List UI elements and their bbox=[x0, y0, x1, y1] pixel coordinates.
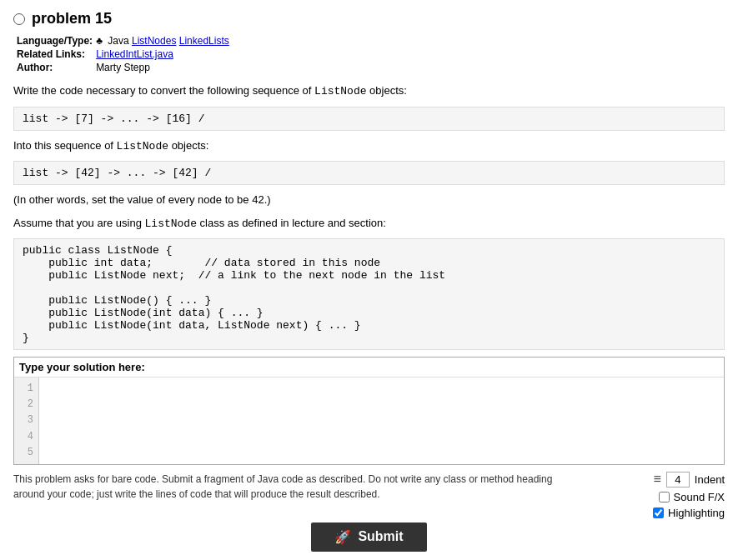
highlight-checkbox[interactable] bbox=[653, 508, 664, 518]
related-value: LinkedIntList.java bbox=[96, 48, 233, 61]
language-icon: ♣ bbox=[96, 35, 103, 47]
language-label: Language/Type: bbox=[17, 34, 96, 48]
highlight-row: Highlighting bbox=[653, 507, 725, 519]
sequence2-code: list -> [42] -> ... -> [42] / bbox=[13, 161, 725, 185]
sound-row: Sound F/X bbox=[659, 491, 725, 503]
indent-label: Indent bbox=[695, 473, 725, 486]
problem-title: problem 15 bbox=[32, 10, 112, 28]
full-bottom: This problem asks for bare code. Submit … bbox=[13, 472, 725, 519]
sound-label[interactable]: Sound F/X bbox=[674, 491, 725, 503]
listnode-ref-3: ListNode bbox=[145, 218, 197, 230]
line-1: 1 bbox=[19, 381, 33, 397]
line-4: 4 bbox=[19, 429, 33, 445]
description-intro: Write the code necessary to convert the … bbox=[13, 82, 725, 100]
link-linkedlists[interactable]: LinkedLists bbox=[179, 35, 229, 47]
author-value: Marty Stepp bbox=[96, 61, 233, 74]
sound-checkbox[interactable] bbox=[659, 492, 670, 502]
highlight-label[interactable]: Highlighting bbox=[668, 507, 725, 519]
indent-icon: ≡ bbox=[654, 472, 661, 487]
line-3: 3 bbox=[19, 412, 33, 428]
author-label: Author: bbox=[17, 61, 96, 74]
meta-table: Language/Type: ♣ Java ListNodes LinkedLi… bbox=[17, 34, 233, 74]
solution-header: Type your solution here: bbox=[14, 358, 724, 377]
submit-button[interactable]: 🚀 Submit bbox=[311, 522, 426, 552]
submit-row: 🚀 Submit bbox=[13, 522, 725, 552]
link-listnodes[interactable]: ListNodes bbox=[132, 35, 176, 47]
radio-button[interactable] bbox=[13, 13, 25, 25]
bottom-note: This problem asks for bare code. Submit … bbox=[13, 472, 558, 502]
solution-area: Type your solution here: 1 2 3 4 5 bbox=[13, 357, 725, 465]
listnode-ref-2: ListNode bbox=[117, 140, 168, 152]
code-editor: 1 2 3 4 5 bbox=[14, 377, 724, 464]
description-assume: Assume that you are using ListNode class… bbox=[13, 215, 725, 232]
page-container: problem 15 Language/Type: ♣ Java ListNod… bbox=[0, 0, 738, 560]
description-note: (In other words, set the value of every … bbox=[13, 192, 725, 208]
bottom-left: This problem asks for bare code. Submit … bbox=[13, 472, 558, 502]
listnode-code: public class ListNode { public int data;… bbox=[13, 238, 725, 350]
link-linkedintlist[interactable]: LinkedIntList.java bbox=[96, 48, 173, 60]
language-java: Java bbox=[108, 35, 132, 47]
line-numbers: 1 2 3 4 5 bbox=[14, 378, 39, 464]
language-value: ♣ Java ListNodes LinkedLists bbox=[96, 34, 233, 48]
indent-row: ≡ 4 Indent bbox=[654, 472, 725, 488]
description-transition: Into this sequence of ListNode objects: bbox=[13, 138, 725, 155]
related-label: Related Links: bbox=[17, 48, 96, 61]
bottom-right: ≡ 4 Indent Sound F/X Highlighting bbox=[558, 472, 725, 519]
line-2: 2 bbox=[19, 397, 33, 412]
submit-label: Submit bbox=[358, 529, 403, 544]
problem-header: problem 15 bbox=[13, 10, 725, 28]
indent-number[interactable]: 4 bbox=[666, 472, 690, 488]
sequence1-code: list -> [7] -> ... -> [16] / bbox=[13, 107, 725, 131]
code-textarea[interactable] bbox=[39, 378, 724, 464]
listnode-ref-1: ListNode bbox=[314, 85, 366, 98]
rocket-icon: 🚀 bbox=[334, 529, 351, 545]
line-5: 5 bbox=[19, 445, 33, 461]
